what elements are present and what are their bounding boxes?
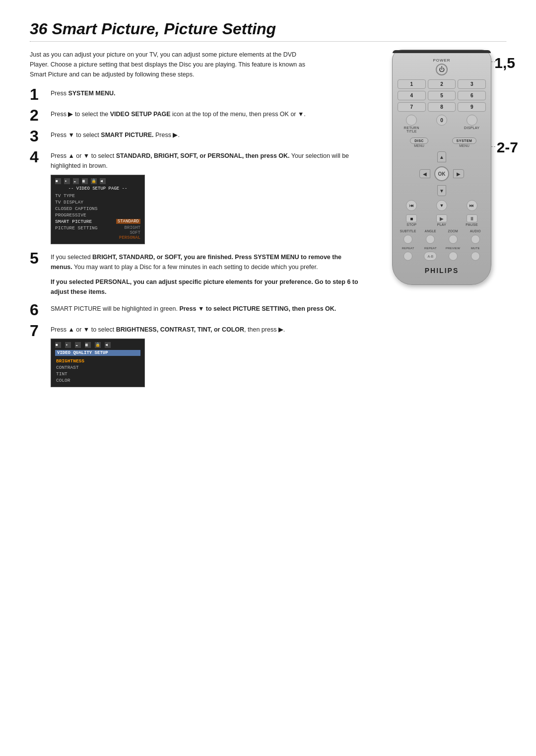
menu2-title: VIDEO QUALITY SETUP (55, 350, 140, 356)
menu2-icon-1: ■ (55, 342, 61, 348)
remote: POWER ⏻ 1 2 3 4 5 6 7 8 9 (392, 50, 491, 285)
num-btn-3[interactable]: 3 (458, 79, 486, 89)
disc-menu-btn[interactable]: DISC MENU (398, 136, 441, 147)
menu2-icon-3: ☁ (75, 342, 81, 348)
step-5: 5 If you selected BRIGHT, STANDARD, or S… (30, 252, 362, 297)
next-circle[interactable]: ⏭ (467, 200, 477, 211)
repeat1-label: REPEAT (398, 247, 418, 250)
num-btn-9[interactable]: 9 (458, 102, 486, 112)
angle-btn[interactable] (426, 235, 435, 244)
preview-btn[interactable] (449, 252, 458, 261)
num-btn-1[interactable]: 1 (398, 79, 426, 89)
pause-square[interactable]: ⏸ (467, 214, 477, 222)
stop-label: STOP (398, 223, 426, 226)
menu-screenshot-1: ■ ✦ ☁ ▦ 🔒 ◀ -- VIDEO SETUP PAGE -- TV TY… (51, 175, 145, 244)
menu2-icon-6: ◀ (105, 342, 111, 348)
num-btn-8[interactable]: 8 (428, 102, 456, 112)
menu-icon-6: ◀ (100, 178, 106, 184)
prev-btn[interactable]: ⏮ (398, 200, 426, 211)
menu2-item-contrast: CONTRAST (55, 364, 140, 371)
nav-left-btn[interactable]: ◀ (419, 169, 430, 178)
stop-square[interactable]: ■ (406, 214, 417, 222)
play-row: ■ STOP ▶ PLAY ⏸ PAUSE (398, 214, 486, 226)
step-7-number: 7 (30, 323, 44, 339)
mute-label: MUTE (465, 247, 486, 250)
menu1-item-4: PROGRESSIVE (55, 212, 140, 218)
opt-bright: BRIGHT (125, 225, 140, 230)
nav-right-btn[interactable]: ▶ (453, 169, 464, 178)
menu-icon-5: 🔒 (91, 178, 97, 184)
step-3-number: 3 (30, 128, 44, 144)
return-title-btn[interactable]: RETURN TITLE (398, 115, 426, 133)
main-layout: Just as you can adjust your picture on y… (30, 50, 506, 394)
display-label: DISPLAY (458, 126, 486, 130)
system-oval[interactable]: SYSTEM (452, 137, 477, 144)
next-btn[interactable]: ⏭ (458, 200, 486, 211)
menu1-item-2: TV DISPLAY (55, 199, 140, 206)
menu1-picture-options: BRIGHT SOFT PERSONAL (119, 225, 140, 240)
step-marker-2-7: 2-7 (497, 139, 518, 156)
step-7: 7 Press ▲ or ▼ to select BRIGHTNESS, CON… (30, 325, 362, 387)
step-5-content: If you selected BRIGHT, STANDARD, or SOF… (51, 252, 362, 297)
step-3: 3 Press ▼ to select SMART PICTURE. Press… (30, 130, 362, 144)
menu2-icon-4: ▦ (85, 342, 91, 348)
prev-circle[interactable]: ⏮ (406, 200, 417, 211)
disc-system-row: DISC MENU SYSTEM MENU (398, 136, 486, 147)
repeat1-btn[interactable] (403, 252, 412, 261)
return-circle[interactable] (406, 115, 417, 126)
num-btn-4[interactable]: 4 (398, 91, 426, 100)
remote-top-stripe (393, 50, 491, 53)
menu1-options: STANDARD (116, 219, 140, 224)
pause-label: PAUSE (458, 223, 486, 226)
audio-btn[interactable] (471, 235, 480, 244)
menu1-title: -- VIDEO SETUP PAGE -- (55, 186, 140, 191)
step-3-text: Press ▼ to select SMART PICTURE. Press ▶… (51, 130, 362, 140)
subtitle-btn[interactable] (403, 235, 412, 244)
step-4-number: 4 (30, 149, 44, 165)
step-6-number: 6 (30, 302, 44, 318)
nav-down-btn[interactable]: ▼ (437, 185, 446, 196)
num-btn-6[interactable]: 6 (458, 91, 486, 100)
zero-btn[interactable]: 0 (428, 115, 456, 133)
play-square[interactable]: ▶ (436, 214, 447, 222)
num-btn-2[interactable]: 2 (428, 79, 456, 89)
power-label: POWER (398, 58, 486, 63)
down-transport-btn[interactable]: ▼ (428, 200, 456, 211)
system-menu-btn[interactable]: SYSTEM MENU (443, 136, 486, 147)
intro-text: Just as you can adjust your picture on y… (30, 50, 308, 79)
subtitle-btn-row (398, 235, 486, 244)
display-btn[interactable]: DISPLAY (458, 115, 486, 133)
step-1-content: Press SYSTEM MENU. (51, 88, 362, 98)
right-column: 1,5 2-7 POWER ⏻ 1 2 3 4 5 6 (377, 50, 506, 394)
pause-btn[interactable]: ⏸ PAUSE (458, 214, 486, 226)
mute-btn[interactable] (471, 252, 480, 261)
stop-btn[interactable]: ■ STOP (398, 214, 426, 226)
step-1-text: Press SYSTEM MENU. (51, 88, 362, 98)
repeat-label-row: REPEAT REPEAT PREVIEW MUTE (398, 247, 486, 250)
zoom-btn[interactable] (449, 235, 458, 244)
disc-sublabel: MENU (398, 144, 441, 147)
step-1-number: 1 (30, 86, 44, 102)
title-label: TITLE (398, 130, 426, 133)
menu1-item-3: CLOSED CAPTIONS (55, 206, 140, 212)
power-button[interactable]: ⏻ (436, 64, 448, 75)
power-section: POWER ⏻ (398, 58, 486, 75)
display-circle[interactable] (467, 115, 477, 126)
down-circle[interactable]: ▼ (436, 200, 447, 211)
nav-cross: ◀ ▶ ▲ ▼ OK (419, 151, 464, 196)
menu2-item-color: COLOR (55, 377, 140, 384)
menu2-item-tint: TINT (55, 371, 140, 377)
num-btn-7[interactable]: 7 (398, 102, 426, 112)
ok-btn[interactable]: OK (434, 166, 449, 181)
return-label: RETURN (398, 126, 426, 130)
repeat2-btn[interactable]: A-B (424, 252, 437, 261)
num-btn-5[interactable]: 5 (428, 91, 456, 100)
label-row-return: RETURN TITLE 0 DISPLAY (398, 115, 486, 133)
menu2-icon-2: ✦ (65, 342, 71, 348)
play-btn[interactable]: ▶ PLAY (428, 214, 456, 226)
menu-screenshot-2: ■ ✦ ☁ ▦ 🔒 ◀ VIDEO QUALITY SETUP BRIGHTNE… (51, 339, 145, 387)
step-5b-text: If you selected PERSONAL, you can adjust… (51, 277, 362, 297)
nav-up-btn[interactable]: ▲ (437, 151, 446, 162)
disc-oval[interactable]: DISC (410, 137, 428, 144)
zero-circle[interactable]: 0 (436, 115, 447, 126)
